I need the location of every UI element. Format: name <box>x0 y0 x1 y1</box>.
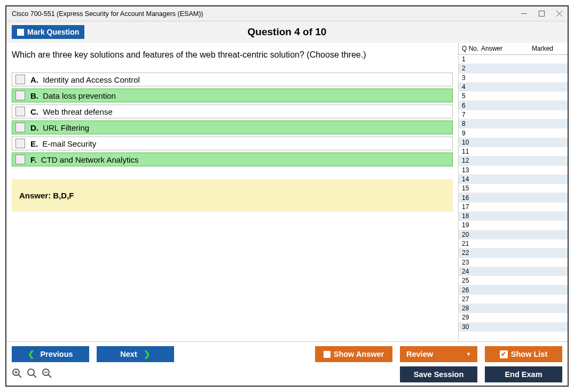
question-list-row[interactable]: 13 <box>459 166 568 175</box>
question-list-row[interactable]: 18 <box>459 212 568 221</box>
question-number: 30 <box>459 323 481 331</box>
option-d[interactable]: D. URL Filtering <box>12 121 453 134</box>
question-list-row[interactable]: 21 <box>459 239 568 249</box>
question-number: 26 <box>459 286 481 294</box>
next-label: Next <box>120 350 137 358</box>
question-list-row[interactable]: 17 <box>459 203 568 212</box>
question-list-body[interactable]: 1234567891011121314151617181920212223242… <box>459 55 568 341</box>
show-list-button[interactable]: ✔ Show List <box>485 346 562 362</box>
header-bar: Mark Question Question 4 of 10 <box>6 21 568 43</box>
mark-question-button[interactable]: Mark Question <box>12 25 84 39</box>
question-list-row[interactable]: 6 <box>459 101 568 110</box>
question-number: 19 <box>459 221 481 229</box>
option-text: E. E-mail Security <box>30 139 96 148</box>
save-session-button[interactable]: Save Session <box>400 366 477 382</box>
close-icon[interactable] <box>556 11 562 17</box>
question-list-row[interactable]: 28 <box>459 304 568 313</box>
question-list-row[interactable]: 5 <box>459 92 568 101</box>
question-list-row[interactable]: 27 <box>459 295 568 304</box>
zoom-reset-icon[interactable] <box>27 368 37 381</box>
option-c[interactable]: C. Web threat defense <box>12 105 453 118</box>
svg-line-11 <box>49 374 52 378</box>
question-number: 29 <box>459 314 481 321</box>
options-list: A. Identity and Access ControlB. Data lo… <box>12 73 453 166</box>
question-counter: Question 4 of 10 <box>6 26 568 38</box>
question-number: 25 <box>459 277 481 284</box>
question-list-row[interactable]: 3 <box>459 74 568 83</box>
question-list-row[interactable]: 4 <box>459 83 568 92</box>
chevron-down-icon: ▼ <box>466 351 471 357</box>
question-list-row[interactable]: 25 <box>459 276 568 285</box>
question-list-row[interactable]: 19 <box>459 221 568 230</box>
question-list-row[interactable]: 26 <box>459 285 568 294</box>
minimize-icon[interactable] <box>521 11 527 17</box>
question-list-row[interactable]: 22 <box>459 249 568 258</box>
option-a[interactable]: A. Identity and Access Control <box>12 73 453 86</box>
show-answer-button[interactable]: Show Answer <box>315 346 392 362</box>
option-text: C. Web threat defense <box>30 107 113 116</box>
option-checkbox[interactable] <box>15 139 25 148</box>
question-list-row[interactable]: 11 <box>459 147 568 156</box>
option-checkbox[interactable] <box>15 107 25 116</box>
question-list-row[interactable]: 2 <box>459 64 568 73</box>
question-number: 17 <box>459 203 481 211</box>
question-list-header: Q No. Answer Marked <box>459 43 568 55</box>
chevron-right-icon: ❯ <box>144 350 151 358</box>
zoom-controls <box>12 368 52 381</box>
option-f[interactable]: F. CTD and Network Analytics <box>12 153 453 166</box>
question-number: 7 <box>459 111 481 118</box>
zoom-out-icon[interactable] <box>42 368 52 381</box>
answer-box: Answer: B,D,F <box>12 179 453 212</box>
question-list-row[interactable]: 16 <box>459 193 568 202</box>
question-number: 10 <box>459 139 481 146</box>
maximize-icon[interactable] <box>539 11 545 17</box>
show-answer-icon <box>324 351 331 358</box>
question-number: 2 <box>459 65 481 72</box>
mark-question-label: Mark Question <box>27 28 79 36</box>
question-number: 22 <box>459 249 481 257</box>
option-checkbox[interactable] <box>15 91 25 100</box>
question-text: Which are three key solutions and featur… <box>12 50 453 60</box>
zoom-in-icon[interactable] <box>12 368 22 381</box>
question-list-row[interactable]: 24 <box>459 267 568 276</box>
svg-point-8 <box>28 369 34 375</box>
question-number: 12 <box>459 157 481 164</box>
col-qno: Q No. <box>459 45 481 52</box>
question-list-row[interactable]: 8 <box>459 119 568 129</box>
question-number: 1 <box>459 55 481 63</box>
question-number: 8 <box>459 120 481 127</box>
question-list-row[interactable]: 30 <box>459 323 568 332</box>
option-e[interactable]: E. E-mail Security <box>12 137 453 150</box>
question-number: 3 <box>459 74 481 82</box>
previous-button[interactable]: ❮ Previous <box>12 346 89 362</box>
question-list-row[interactable]: 20 <box>459 230 568 239</box>
question-number: 27 <box>459 295 481 303</box>
question-number: 11 <box>459 148 481 155</box>
question-number: 20 <box>459 231 481 238</box>
option-checkbox[interactable] <box>15 123 25 132</box>
question-list-row[interactable]: 29 <box>459 313 568 322</box>
question-list-row[interactable]: 9 <box>459 129 568 138</box>
option-checkbox[interactable] <box>15 75 25 84</box>
option-text: D. URL Filtering <box>30 123 89 132</box>
question-list-row[interactable]: 14 <box>459 175 568 184</box>
review-button[interactable]: Review ▼ <box>400 346 477 362</box>
question-list-row[interactable]: 1 <box>459 55 568 64</box>
col-answer: Answer <box>481 45 517 52</box>
question-list-row[interactable]: 7 <box>459 110 568 119</box>
question-list-row[interactable]: 12 <box>459 156 568 165</box>
next-button[interactable]: Next ❯ <box>97 346 174 362</box>
question-number: 5 <box>459 92 481 100</box>
question-list-row[interactable]: 10 <box>459 138 568 147</box>
option-checkbox[interactable] <box>15 155 25 164</box>
option-b[interactable]: B. Data loss prevention <box>12 89 453 102</box>
question-number: 15 <box>459 185 481 192</box>
question-list-row[interactable]: 23 <box>459 258 568 267</box>
question-number: 6 <box>459 102 481 109</box>
question-number: 13 <box>459 166 481 174</box>
end-exam-button[interactable]: End Exam <box>485 366 562 382</box>
show-answer-label: Show Answer <box>334 350 384 358</box>
titlebar: Cisco 700-551 (Express Security for Acco… <box>6 6 568 21</box>
question-list-row[interactable]: 15 <box>459 184 568 193</box>
col-marked: Marked <box>517 45 568 52</box>
